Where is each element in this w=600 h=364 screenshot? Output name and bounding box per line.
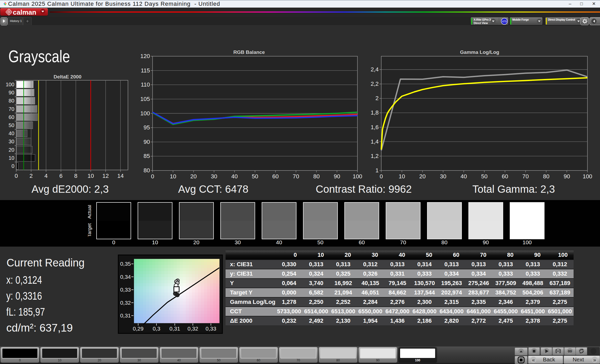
svg-text:0: 0 [380,173,383,180]
svg-text:0: 0 [151,173,154,180]
svg-text:90: 90 [9,90,14,95]
svg-text:2,2: 2,2 [371,81,379,87]
svg-text:70: 70 [9,106,14,112]
svg-text:4: 4 [44,173,48,179]
svg-text:80: 80 [144,167,150,174]
svg-text:10: 10 [9,155,14,161]
svg-text:0,34: 0,34 [120,274,131,280]
svg-text:1,8: 1,8 [371,109,379,116]
svg-text:70: 70 [522,173,529,180]
svg-text:40: 40 [461,173,467,180]
svg-text:8: 8 [74,173,77,179]
svg-text:Target: Target [88,223,92,237]
svg-text:2,4: 2,4 [371,66,379,73]
svg-text:0,31: 0,31 [120,312,131,318]
svg-text:50: 50 [252,173,258,180]
svg-text:0,29: 0,29 [133,326,144,332]
svg-text:100: 100 [583,173,592,180]
svg-text:10: 10 [170,173,176,180]
svg-text:0: 0 [12,163,14,169]
svg-text:2: 2 [375,95,379,101]
svg-text:2: 2 [30,173,33,179]
svg-text:DeltaE 2000: DeltaE 2000 [54,74,82,79]
svg-text:0,31: 0,31 [170,326,180,332]
svg-text:70: 70 [293,173,299,180]
svg-text:60: 60 [9,114,14,120]
svg-text:105: 105 [140,96,150,102]
svg-text:80: 80 [313,173,319,180]
svg-text:14: 14 [117,173,124,179]
svg-text:100: 100 [6,82,14,87]
svg-text:∞: ∞ [568,348,572,354]
svg-text:30: 30 [211,173,217,180]
svg-text:1,2: 1,2 [371,153,379,159]
svg-text:0,35: 0,35 [120,261,131,267]
svg-text:115: 115 [141,67,150,74]
svg-text:»: » [593,357,596,363]
svg-text:60: 60 [272,173,279,180]
svg-text:50: 50 [481,173,487,180]
svg-text:Actual: Actual [88,205,92,219]
svg-text:80: 80 [543,173,549,180]
svg-text:1,6: 1,6 [371,124,379,130]
svg-text:479: 479 [502,20,507,23]
svg-text:Gamma Log/Log: Gamma Log/Log [460,49,499,55]
svg-text:30: 30 [9,139,14,144]
svg-text:90: 90 [144,139,150,145]
svg-text:0,32: 0,32 [120,300,131,306]
svg-text:0,32: 0,32 [188,326,198,332]
svg-text:0,33: 0,33 [120,287,131,293]
svg-text:10: 10 [399,173,405,180]
svg-text:90: 90 [564,173,570,180]
svg-text:100: 100 [353,173,362,180]
svg-text:120: 120 [140,53,150,59]
svg-text:RGB Balance: RGB Balance [233,49,265,55]
svg-text:20: 20 [419,173,425,180]
svg-text:80: 80 [9,98,14,104]
svg-text:40: 40 [9,130,14,136]
svg-text:85: 85 [144,153,150,159]
svg-text:«: « [532,357,535,363]
svg-text:1,4: 1,4 [371,138,379,145]
svg-text:100: 100 [140,110,150,117]
svg-text:110: 110 [141,81,150,88]
svg-text:6: 6 [59,173,63,179]
svg-text:20: 20 [9,147,14,153]
svg-text:12: 12 [102,173,109,179]
svg-text:20: 20 [190,173,197,180]
svg-text:30: 30 [440,173,446,180]
svg-text:0,33: 0,33 [206,326,216,332]
svg-text:10: 10 [87,173,94,179]
svg-text:40: 40 [231,173,238,180]
svg-text:95: 95 [144,124,150,131]
svg-text:0: 0 [15,173,18,179]
svg-text:90: 90 [334,173,340,180]
svg-text:0,3: 0,3 [153,326,160,332]
svg-text:60: 60 [502,173,508,180]
svg-text:50: 50 [9,122,14,128]
svg-text:1: 1 [375,167,379,174]
